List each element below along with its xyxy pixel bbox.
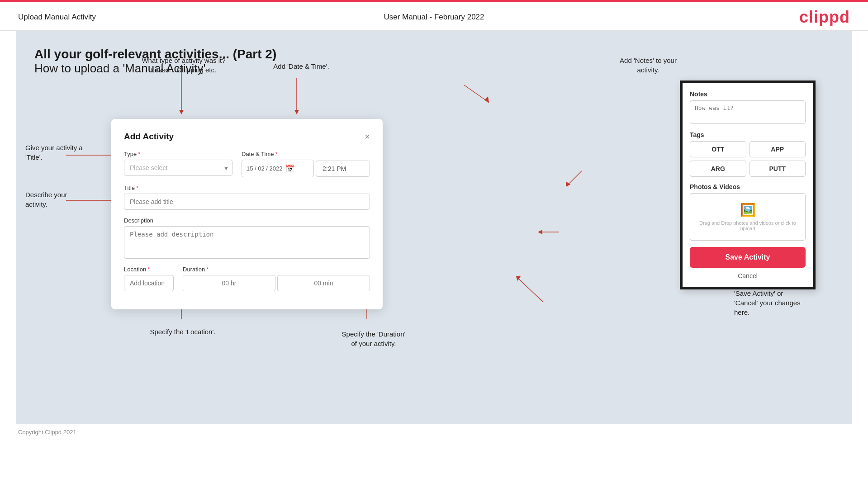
copyright-text: Copyright Clippd 2021 <box>18 429 76 436</box>
upload-icon: 🖼️ <box>696 203 800 218</box>
type-label: Type * <box>124 151 232 157</box>
tag-app[interactable]: APP <box>749 141 806 157</box>
tag-arg[interactable]: ARG <box>690 161 746 177</box>
notes-label: Notes <box>690 90 806 98</box>
datetime-group: Date & Time * 15 / 02 / 2022 📅 <box>242 151 370 177</box>
datetime-label: Date & Time * <box>242 151 370 157</box>
notes-section: Notes <box>690 90 806 126</box>
cancel-link[interactable]: Cancel <box>690 272 806 280</box>
title-input[interactable] <box>124 194 370 210</box>
save-activity-button[interactable]: Save Activity <box>690 247 806 268</box>
annotation-activity-type: What type of activity was it? Lesson, Ch… <box>118 56 249 75</box>
svg-marker-15 <box>566 181 570 187</box>
description-label: Description <box>124 217 370 224</box>
duration-inputs <box>183 275 370 291</box>
time-input[interactable] <box>316 161 370 177</box>
type-select-wrapper: Please select ▾ <box>124 160 232 176</box>
svg-line-18 <box>518 279 543 302</box>
tag-putt[interactable]: PUTT <box>749 161 806 177</box>
svg-line-14 <box>568 171 582 185</box>
close-button[interactable]: × <box>365 132 370 141</box>
calendar-icon: 📅 <box>285 164 294 173</box>
tag-ott[interactable]: OTT <box>690 141 746 157</box>
description-input[interactable] <box>124 226 370 259</box>
upload-text: Drag and Drop photos and videos or click… <box>696 220 800 231</box>
svg-marker-19 <box>516 276 521 281</box>
svg-marker-13 <box>484 96 489 103</box>
title-label: Title * <box>124 185 370 191</box>
location-label: Location * <box>124 266 174 273</box>
notes-input[interactable] <box>690 100 806 124</box>
annotation-title: Give your activity a 'Title'. <box>25 143 102 162</box>
annotation-date-time: Add 'Date & Time'. <box>256 62 346 71</box>
date-time-group: 15 / 02 / 2022 📅 <box>242 160 370 177</box>
annotation-location: Specify the 'Location'. <box>128 327 237 336</box>
dialog-title: Add Activity <box>124 132 174 142</box>
annotation-duration: Specify the 'Duration' of your activity. <box>315 329 432 348</box>
svg-marker-3 <box>294 110 299 114</box>
dialog-header: Add Activity × <box>124 132 370 142</box>
photos-label: Photos & Videos <box>690 183 806 190</box>
footer: Copyright Clippd 2021 <box>0 424 868 440</box>
phone-mockup: Notes Tags OTT APP ARG PUTT Photos & Vid… <box>680 81 816 289</box>
tags-label: Tags <box>690 131 806 138</box>
location-input[interactable] <box>124 275 174 291</box>
title-group: Title * <box>124 185 370 210</box>
top-bar: Upload Manual Activity User Manual - Feb… <box>0 2 868 31</box>
svg-marker-17 <box>538 230 542 234</box>
svg-line-12 <box>464 85 487 101</box>
tags-grid: OTT APP ARG PUTT <box>690 141 806 177</box>
add-activity-dialog: Add Activity × Type * Please select ▾ Da… <box>111 119 383 309</box>
photos-section: Photos & Videos 🖼️ Drag and Drop photos … <box>690 183 806 241</box>
location-group: Location * <box>124 266 174 291</box>
type-select[interactable]: Please select <box>124 160 232 176</box>
page-section-label: Upload Manual Activity <box>18 13 96 22</box>
tags-section: Tags OTT APP ARG PUTT <box>690 131 806 177</box>
type-datetime-row: Type * Please select ▾ Date & Time * 15 … <box>124 151 370 177</box>
annotation-description: Describe your activity. <box>25 190 102 209</box>
location-duration-row: Location * Duration * <box>124 266 370 291</box>
duration-group: Duration * <box>183 266 370 291</box>
logo: clippd <box>799 8 850 27</box>
type-group: Type * Please select ▾ <box>124 151 232 177</box>
date-input[interactable]: 15 / 02 / 2022 📅 <box>242 160 314 177</box>
duration-min-input[interactable] <box>277 275 370 291</box>
main-content: All your golf-relevant activities... (Pa… <box>16 31 852 424</box>
upload-area[interactable]: 🖼️ Drag and Drop photos and videos or cl… <box>690 193 806 241</box>
duration-label: Duration * <box>183 266 370 273</box>
manual-title: User Manual - February 2022 <box>384 13 484 22</box>
svg-marker-1 <box>179 110 184 114</box>
duration-hr-input[interactable] <box>183 275 275 291</box>
annotation-notes: Add 'Notes' to your activity. <box>598 56 698 75</box>
phone-mock-inner: Notes Tags OTT APP ARG PUTT Photos & Vid… <box>690 90 806 280</box>
description-group: Description <box>124 217 370 259</box>
annotation-save-cancel: 'Save Activity' or 'Cancel' your changes… <box>734 289 838 317</box>
